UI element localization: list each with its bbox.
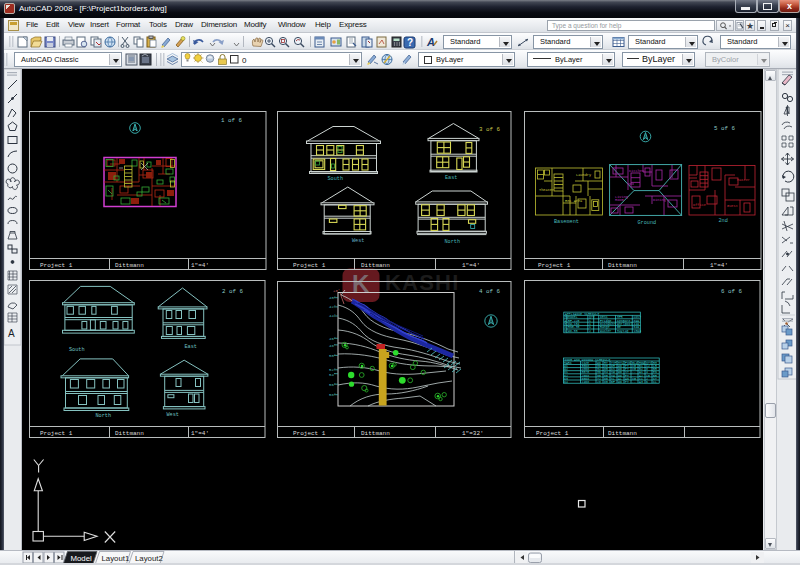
svg-text:A3: A3 bbox=[639, 380, 643, 384]
svg-text:Model: Model bbox=[71, 554, 93, 563]
svg-text:50': 50' bbox=[329, 354, 336, 358]
svg-text:Dittmann: Dittmann bbox=[115, 430, 144, 437]
svg-text:Laundry: Laundry bbox=[576, 173, 592, 177]
svg-text:Dining: Dining bbox=[653, 198, 666, 202]
svg-text:Master: Master bbox=[737, 178, 750, 182]
svg-text:West: West bbox=[352, 238, 364, 244]
svg-text:South: South bbox=[328, 176, 344, 182]
svg-text:Project 1: Project 1 bbox=[538, 262, 571, 269]
svg-text:3 of 6: 3 of 6 bbox=[479, 126, 500, 133]
svg-text:5 of 6: 5 of 6 bbox=[714, 125, 735, 132]
svg-text:A: A bbox=[8, 328, 15, 339]
svg-text:4 of 6: 4 of 6 bbox=[479, 288, 500, 295]
svg-text:1"=32': 1"=32' bbox=[462, 430, 484, 437]
svg-text:2 of 6: 2 of 6 bbox=[222, 288, 243, 295]
svg-text:1"=4': 1"=4' bbox=[710, 262, 728, 269]
svg-text:Dittmann: Dittmann bbox=[608, 430, 637, 437]
svg-text:Washer: Washer bbox=[600, 329, 612, 333]
svg-text:PT: PT bbox=[625, 380, 629, 384]
svg-text:A: A bbox=[426, 36, 435, 48]
svg-text:North: North bbox=[96, 413, 112, 419]
svg-text:KASHI: KASHI bbox=[385, 270, 459, 295]
svg-text:Ground: Ground bbox=[638, 220, 657, 226]
svg-text:2nd: 2nd bbox=[719, 218, 728, 224]
svg-text:--: -- bbox=[632, 380, 636, 384]
svg-text:South: South bbox=[69, 347, 85, 353]
svg-text:Dittmann: Dittmann bbox=[608, 262, 637, 269]
svg-text:Project 1: Project 1 bbox=[40, 430, 73, 437]
svg-text:Dittmann: Dittmann bbox=[361, 262, 390, 269]
svg-text:Layout2: Layout2 bbox=[135, 554, 163, 563]
svg-text:46': 46' bbox=[329, 337, 336, 341]
svg-text:Project 1: Project 1 bbox=[536, 430, 569, 437]
svg-text:Office: Office bbox=[693, 203, 706, 207]
svg-text:2468: 2468 bbox=[582, 380, 590, 384]
svg-text:Rec Area: Rec Area bbox=[565, 199, 583, 203]
svg-text:Project 1: Project 1 bbox=[293, 262, 326, 269]
svg-text:CL: CL bbox=[653, 380, 657, 384]
svg-text:Room: Room bbox=[615, 198, 624, 202]
svg-text:D: D bbox=[565, 329, 567, 333]
svg-text:Kitchen: Kitchen bbox=[629, 169, 644, 173]
svg-text:80: 80 bbox=[604, 380, 608, 384]
svg-text:East: East bbox=[185, 344, 197, 350]
svg-text:North: North bbox=[445, 239, 461, 245]
svg-text:WD-55: WD-55 bbox=[568, 329, 578, 333]
svg-text:Theater: Theater bbox=[539, 188, 554, 192]
svg-text:2: 2 bbox=[589, 329, 591, 333]
svg-text:Project 1: Project 1 bbox=[40, 262, 73, 269]
svg-text:1"=4': 1"=4' bbox=[462, 262, 480, 269]
svg-text:WD: WD bbox=[618, 380, 622, 384]
svg-text:Project 1: Project 1 bbox=[293, 430, 326, 437]
svg-text:1"=4': 1"=4' bbox=[191, 262, 209, 269]
svg-text:East: East bbox=[445, 175, 457, 181]
svg-text:+8': +8' bbox=[333, 289, 340, 293]
svg-text:D4: D4 bbox=[564, 380, 568, 384]
svg-text:BF: BF bbox=[611, 380, 615, 384]
svg-text:6 of 6: 6 of 6 bbox=[721, 288, 742, 295]
svg-text:0: 0 bbox=[242, 56, 247, 65]
svg-text:Basement: Basement bbox=[554, 219, 579, 225]
svg-text:Layout1: Layout1 bbox=[102, 554, 130, 563]
svg-text:28: 28 bbox=[597, 380, 601, 384]
svg-text:Guest: Guest bbox=[727, 204, 738, 208]
svg-text:Dittmann: Dittmann bbox=[115, 262, 144, 269]
svg-text:1"=4': 1"=4' bbox=[191, 430, 209, 437]
svg-text:Dittmann: Dittmann bbox=[361, 430, 390, 437]
svg-text:56': 56' bbox=[329, 383, 336, 387]
svg-text:?: ? bbox=[407, 37, 413, 48]
svg-text:West: West bbox=[167, 412, 179, 418]
svg-text:6: 6 bbox=[646, 380, 648, 384]
svg-text:1 of 6: 1 of 6 bbox=[221, 117, 242, 124]
svg-text:Maytag: Maytag bbox=[617, 329, 629, 333]
svg-text:1099: 1099 bbox=[634, 329, 642, 333]
